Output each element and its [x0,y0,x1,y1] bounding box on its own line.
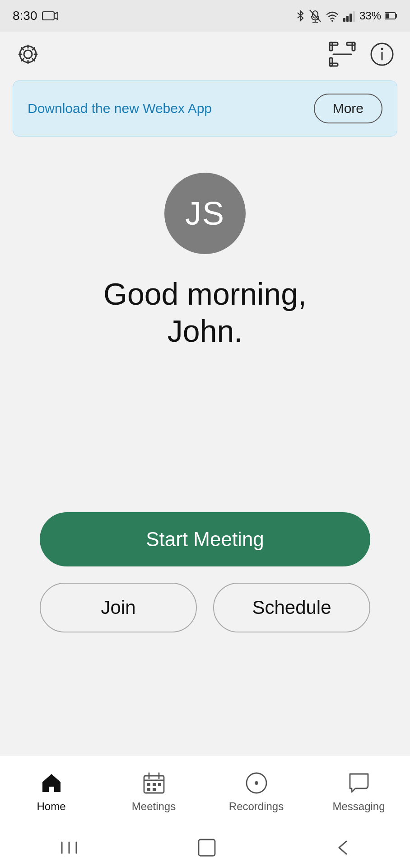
bottom-nav: Home Meetings Recordings [0,755,410,827]
nav-label-recordings: Recordings [229,800,284,813]
nav-item-home[interactable]: Home [0,770,102,813]
system-nav [0,827,410,868]
svg-point-6 [331,20,333,22]
wifi-icon [325,10,340,22]
info-button[interactable] [368,41,396,68]
battery-display: 33% [359,9,381,22]
home-system-icon [197,838,217,858]
home-icon-svg [40,771,63,795]
main-content: JS Good morning, John. Start Meeting Joi… [0,137,410,632]
status-time: 8:30 [13,9,58,23]
svg-point-36 [255,781,258,785]
greeting-line2: John. [103,313,307,350]
scan-icon [329,42,356,67]
greeting-line1: Good morning, [103,276,307,313]
nav-item-messaging[interactable]: Messaging [308,770,410,813]
nav-item-recordings[interactable]: Recordings [205,770,308,813]
recent-apps-icon [59,840,79,856]
action-buttons: Start Meeting Join Schedule [0,512,410,632]
home-system-button[interactable] [197,838,217,858]
messaging-icon [346,770,372,796]
time-display: 8:30 [13,9,37,23]
avatar-initials: JS [185,195,225,232]
start-meeting-button[interactable]: Start Meeting [40,512,370,566]
svg-rect-8 [346,16,349,22]
svg-rect-19 [352,42,355,51]
recordings-icon-svg [245,771,268,795]
home-icon [39,770,64,796]
svg-rect-9 [349,14,352,22]
status-icons: 33% [295,9,397,23]
meetings-icon [141,770,167,796]
svg-rect-40 [199,840,215,856]
svg-rect-34 [153,788,156,791]
banner-text: Download the new Webex App [28,101,212,116]
nav-label-home: Home [37,800,65,813]
nav-label-messaging: Messaging [332,800,385,813]
webex-banner: Download the new Webex App More [13,80,397,137]
svg-rect-30 [147,783,150,786]
header-right-icons [329,41,396,68]
svg-rect-10 [353,11,355,22]
join-button[interactable]: Join [40,583,197,632]
svg-rect-17 [330,42,332,51]
scan-button[interactable] [329,41,356,68]
svg-rect-13 [386,14,389,19]
signal-icon [343,10,356,22]
svg-point-14 [24,50,32,58]
svg-rect-33 [147,788,150,791]
svg-rect-12 [396,14,397,18]
svg-marker-1 [54,12,58,19]
nav-label-meetings: Meetings [132,800,176,813]
mute-icon [309,9,321,23]
camera-icon [42,9,58,22]
back-icon [335,838,351,858]
svg-rect-0 [42,12,54,20]
settings-button[interactable] [14,41,42,68]
banner-more-button[interactable]: More [314,94,382,123]
gear-icon [15,42,41,67]
header [0,32,410,77]
greeting: Good morning, John. [103,276,307,349]
svg-rect-7 [343,18,345,22]
recent-apps-button[interactable] [59,840,79,856]
svg-rect-31 [153,783,156,786]
battery-icon [385,12,397,20]
meetings-icon-svg [142,771,166,795]
schedule-button[interactable]: Schedule [213,583,370,632]
avatar: JS [164,173,246,254]
svg-rect-21 [330,58,332,66]
back-button[interactable] [335,838,351,858]
recordings-icon [244,770,269,796]
bluetooth-icon [295,9,305,23]
info-icon [369,42,395,67]
status-bar: 8:30 [0,0,410,32]
svg-point-25 [381,48,383,50]
messaging-icon-svg [347,771,371,795]
secondary-buttons: Join Schedule [40,583,370,632]
nav-item-meetings[interactable]: Meetings [102,770,205,813]
svg-rect-32 [158,783,161,786]
